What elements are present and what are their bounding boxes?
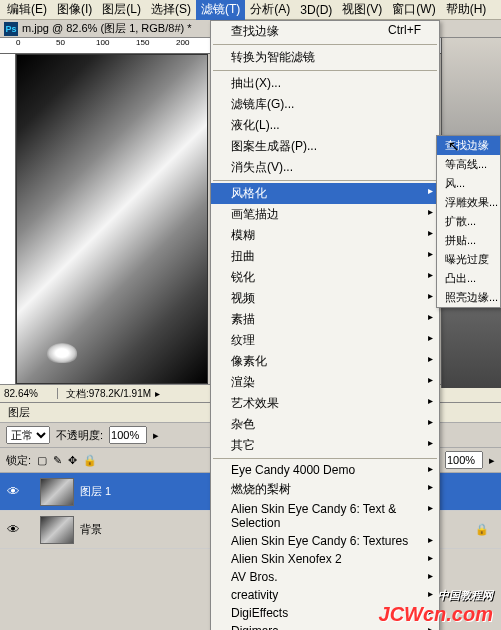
- menu-编辑(E)[interactable]: 编辑(E): [2, 0, 52, 20]
- menu-item[interactable]: 模糊: [211, 225, 439, 246]
- canvas[interactable]: [16, 54, 208, 384]
- menu-item[interactable]: AV Bros.: [211, 568, 439, 586]
- app-icon: Ps: [4, 22, 18, 36]
- layer-name: 图层 1: [80, 484, 111, 499]
- submenu-item[interactable]: 浮雕效果...: [437, 193, 500, 212]
- ruler-mark: 200: [176, 38, 189, 47]
- menu-3D(D)[interactable]: 3D(D): [295, 1, 337, 19]
- menu-图层(L)[interactable]: 图层(L): [97, 0, 146, 20]
- menu-item[interactable]: 风格化: [211, 183, 439, 204]
- chevron-right-icon[interactable]: ▸: [489, 454, 495, 467]
- ruler-mark: 0: [16, 38, 20, 47]
- separator: [213, 180, 437, 181]
- menu-图像(I)[interactable]: 图像(I): [52, 0, 97, 20]
- layer-name: 背景: [80, 522, 102, 537]
- menu-item[interactable]: 锐化: [211, 267, 439, 288]
- menu-item[interactable]: 查找边缘Ctrl+F: [211, 21, 439, 42]
- submenu-item[interactable]: 凸出...: [437, 269, 500, 288]
- menu-item[interactable]: 抽出(X)...: [211, 73, 439, 94]
- menu-帮助(H)[interactable]: 帮助(H): [441, 0, 492, 20]
- fill-input[interactable]: [445, 451, 483, 469]
- lock-move-icon[interactable]: ✥: [68, 454, 77, 467]
- menu-item[interactable]: 画笔描边: [211, 204, 439, 225]
- submenu-item[interactable]: 扩散...: [437, 212, 500, 231]
- menu-item[interactable]: Alien Skin Eye Candy 6: Text & Selection: [211, 500, 439, 532]
- lock-paint-icon[interactable]: ✎: [53, 454, 62, 467]
- menu-分析(A)[interactable]: 分析(A): [245, 0, 295, 20]
- ruler-mark: 50: [56, 38, 65, 47]
- submenu-item[interactable]: 等高线...: [437, 155, 500, 174]
- chevron-right-icon[interactable]: ▸: [155, 388, 160, 399]
- menu-item[interactable]: 像素化: [211, 351, 439, 372]
- lock-label: 锁定:: [6, 453, 31, 468]
- menu-item[interactable]: 艺术效果: [211, 393, 439, 414]
- opacity-label: 不透明度:: [56, 428, 103, 443]
- ruler-mark: 100: [96, 38, 109, 47]
- ruler-mark: 150: [136, 38, 149, 47]
- lock-all-icon[interactable]: 🔒: [83, 454, 97, 467]
- menu-item[interactable]: 图案生成器(P)...: [211, 136, 439, 157]
- zoom-level[interactable]: 82.64%: [0, 388, 58, 399]
- filter-menu: 查找边缘Ctrl+F转换为智能滤镜抽出(X)...滤镜库(G)...液化(L).…: [210, 20, 440, 630]
- separator: [213, 70, 437, 71]
- menu-item[interactable]: Eye Candy 4000 Demo: [211, 461, 439, 479]
- submenu-item[interactable]: 曝光过度: [437, 250, 500, 269]
- menu-item[interactable]: 燃烧的梨树: [211, 479, 439, 500]
- watermark-cn: 中国教程网: [379, 588, 493, 603]
- menu-item[interactable]: 渲染: [211, 372, 439, 393]
- menu-item[interactable]: 纹理: [211, 330, 439, 351]
- document-title: m.jpg @ 82.6% (图层 1, RGB/8#) *: [22, 21, 192, 36]
- separator: [213, 44, 437, 45]
- watermark: 中国教程网 JCWcn.com: [379, 588, 493, 626]
- menu-选择(S)[interactable]: 选择(S): [146, 0, 196, 20]
- menu-窗口(W)[interactable]: 窗口(W): [387, 0, 440, 20]
- menu-item[interactable]: 扭曲: [211, 246, 439, 267]
- submenu-item[interactable]: 拼贴...: [437, 231, 500, 250]
- menu-item[interactable]: 杂色: [211, 414, 439, 435]
- menu-item[interactable]: Alien Skin Xenofex 2: [211, 550, 439, 568]
- opacity-input[interactable]: [109, 426, 147, 444]
- blend-mode-select[interactable]: 正常: [6, 426, 50, 444]
- menu-视图(V)[interactable]: 视图(V): [337, 0, 387, 20]
- menu-item[interactable]: 转换为智能滤镜: [211, 47, 439, 68]
- watermark-en: JCWcn.com: [379, 603, 493, 625]
- menu-item[interactable]: 视频: [211, 288, 439, 309]
- lock-transparency-icon[interactable]: ▢: [37, 454, 47, 467]
- lock-icon: 🔒: [475, 523, 489, 536]
- visibility-icon[interactable]: 👁: [4, 485, 22, 499]
- tab-layers[interactable]: 图层: [0, 403, 38, 422]
- menubar: 编辑(E)图像(I)图层(L)选择(S)滤镜(T)分析(A)3D(D)视图(V)…: [0, 0, 501, 20]
- menu-item[interactable]: 素描: [211, 309, 439, 330]
- document-size: 文档:978.2K/1.91M: [58, 387, 151, 401]
- stylize-submenu: 查找边缘等高线...风...浮雕效果...扩散...拼贴...曝光过度凸出...…: [436, 135, 501, 308]
- submenu-item[interactable]: 风...: [437, 174, 500, 193]
- layer-thumb: [40, 516, 74, 544]
- menu-item[interactable]: 液化(L)...: [211, 115, 439, 136]
- canvas-image: [17, 55, 207, 383]
- submenu-item[interactable]: 照亮边缘...: [437, 288, 500, 307]
- submenu-item[interactable]: 查找边缘: [437, 136, 500, 155]
- layer-thumb: [40, 478, 74, 506]
- separator: [213, 458, 437, 459]
- menu-item[interactable]: 消失点(V)...: [211, 157, 439, 178]
- ruler-vertical: [0, 54, 16, 384]
- chevron-right-icon[interactable]: ▸: [153, 429, 159, 442]
- menu-item[interactable]: Alien Skin Eye Candy 6: Textures: [211, 532, 439, 550]
- menu-item[interactable]: 滤镜库(G)...: [211, 94, 439, 115]
- menu-item[interactable]: 其它: [211, 435, 439, 456]
- visibility-icon[interactable]: 👁: [4, 523, 22, 537]
- menu-滤镜(T)[interactable]: 滤镜(T): [196, 0, 245, 20]
